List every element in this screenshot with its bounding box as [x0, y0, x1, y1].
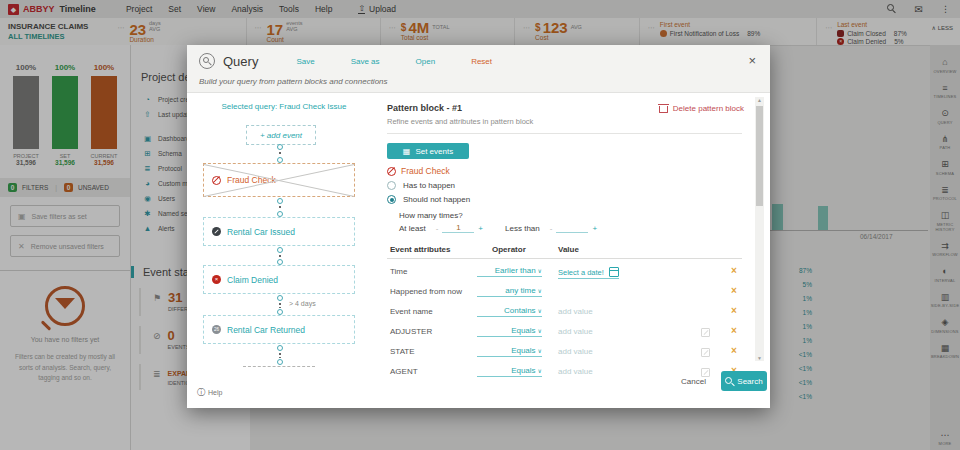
modal-actions: SaveSave asOpenReset [296, 57, 492, 66]
scroll-up-arrow[interactable]: ▲ [755, 97, 764, 103]
app-root: ◆ ABBYY Timeline ProjectSetViewAnalysisT… [0, 0, 960, 450]
close-icon[interactable]: × [748, 54, 756, 67]
connector-node [277, 198, 283, 204]
operator-dropdown[interactable]: Contains∨ [477, 306, 542, 317]
car-key-icon [212, 227, 221, 236]
query-modal: Query SaveSave asOpenReset Build your qu… [187, 45, 770, 408]
flow-connector [276, 144, 283, 163]
help-link[interactable]: ⓘHelp [197, 387, 222, 398]
delete-pattern-block-button[interactable]: Delete pattern block [659, 103, 744, 113]
divider [387, 258, 742, 259]
remove-row-icon[interactable]: × [731, 285, 737, 297]
operator-dropdown[interactable]: any time∨ [477, 286, 542, 297]
pattern-block-claim-denied[interactable]: ×Claim Denied [203, 265, 355, 294]
pattern-block-rental-car-issued[interactable]: Rental Car Issued [203, 217, 355, 246]
pattern-block-title: Pattern block - #1 [387, 103, 462, 113]
modal-action-save[interactable]: Save [296, 57, 314, 66]
modal-subtitle: Build your query from pattern blocks and… [199, 77, 770, 86]
chevron-down-icon: ∨ [538, 348, 542, 354]
add-event-button[interactable]: + add event [246, 125, 316, 145]
operator-dropdown[interactable]: Equals∨ [477, 366, 542, 377]
attribute-name: Time [390, 267, 407, 276]
connector-line [279, 205, 281, 210]
chevron-down-icon: ∨ [538, 308, 542, 314]
edit-value-icon[interactable] [701, 368, 710, 377]
count-badge-icon: 26 [212, 325, 221, 334]
remove-row-icon[interactable]: × [731, 265, 737, 277]
info-icon: ⓘ [197, 387, 205, 398]
radio-has-to-happen[interactable]: Has to happen [387, 181, 455, 190]
attribute-name: Event name [390, 307, 433, 316]
value-input[interactable]: add value [558, 347, 593, 356]
cancel-button[interactable]: Cancel [681, 377, 706, 386]
connector-line [279, 352, 281, 358]
connector-node [277, 144, 283, 150]
block-name: Rental Car Returned [227, 325, 305, 335]
grid-icon: ▦ [403, 147, 411, 156]
block-name: Rental Car Issued [227, 227, 295, 237]
operator-dropdown[interactable]: Equals∨ [477, 346, 542, 357]
operator-value: Equals [511, 326, 535, 335]
remove-row-icon[interactable]: × [731, 325, 737, 337]
remove-row-icon[interactable]: × [731, 345, 737, 357]
modal-action-reset[interactable]: Reset [471, 57, 492, 66]
value-input[interactable]: add value [558, 307, 593, 316]
flow-connector [276, 198, 283, 217]
scrollbar-thumb[interactable] [756, 106, 763, 206]
date-placeholder: Select a date! [558, 268, 604, 277]
connector-line [279, 302, 281, 308]
operator-dropdown[interactable]: Equals∨ [477, 326, 542, 337]
empty-block-slot [243, 366, 315, 367]
calendar-icon[interactable] [609, 267, 619, 277]
connector-node [277, 247, 283, 253]
pattern-block-rental-car-returned[interactable]: 26Rental Car Returned [203, 315, 355, 344]
radio-button[interactable] [387, 181, 396, 190]
operator-value: Earlier than [495, 266, 536, 275]
remove-row-icon[interactable]: × [731, 305, 737, 317]
attribute-name: STATE [390, 347, 415, 356]
attribute-name: Happened from now [390, 287, 462, 296]
search-icon [725, 377, 733, 385]
attribute-row-state: STATEEquals∨add value× [387, 343, 742, 363]
search-button[interactable]: Search [721, 371, 767, 391]
query-logo-icon [199, 53, 215, 69]
edit-value-icon[interactable] [701, 348, 710, 357]
event-name: Fraud Check [401, 166, 450, 176]
block-name: Claim Denied [227, 275, 278, 285]
chevron-down-icon: ∨ [538, 368, 542, 374]
less-than-minus-button[interactable]: - [550, 224, 553, 233]
edit-value-icon[interactable] [701, 328, 710, 337]
attribute-name: ADJUSTER [390, 327, 432, 336]
attribute-name: AGENT [390, 367, 418, 376]
no-entry-icon [212, 176, 221, 185]
less-than-plus-button[interactable]: + [592, 224, 597, 233]
operator-dropdown[interactable]: Earlier than∨ [477, 266, 542, 277]
less-than-input[interactable] [556, 232, 588, 233]
radio-button[interactable] [387, 195, 396, 204]
at-least-input[interactable]: 1 [442, 223, 474, 233]
attribute-row-time: TimeEarlier than∨Select a date!× [387, 263, 742, 283]
radio-should-not-happen[interactable]: Should not happen [387, 195, 470, 204]
radio-label: Should not happen [403, 195, 470, 204]
radio-label: Has to happen [403, 181, 455, 190]
trash-icon [659, 106, 668, 113]
modal-action-open[interactable]: Open [416, 57, 436, 66]
operator-value: Contains [504, 306, 536, 315]
scroll-down-arrow[interactable]: ▼ [755, 355, 764, 361]
value-input[interactable]: add value [558, 327, 593, 336]
no-entry-icon [387, 167, 396, 176]
at-least-minus-button[interactable]: - [436, 224, 439, 233]
modal-action-save-as[interactable]: Save as [351, 57, 380, 66]
pattern-block-fraud-check[interactable]: Fraud Check [203, 163, 355, 197]
at-least-plus-button[interactable]: + [478, 224, 483, 233]
how-many-times-label: How many times? [399, 211, 463, 220]
connector-duration-label: > 4 days [289, 300, 316, 307]
set-events-button[interactable]: ▦ Set events [387, 143, 469, 159]
col-header-value: Value [558, 245, 579, 254]
value-input[interactable]: add value [558, 367, 593, 376]
modal-scrollbar[interactable]: ▲ ▼ [755, 97, 764, 361]
connector-node [277, 359, 283, 365]
times-steppers: At least - 1 + Less than - + [399, 223, 597, 233]
flow-connector [276, 247, 283, 265]
date-value-field[interactable]: Select a date! [558, 267, 619, 279]
